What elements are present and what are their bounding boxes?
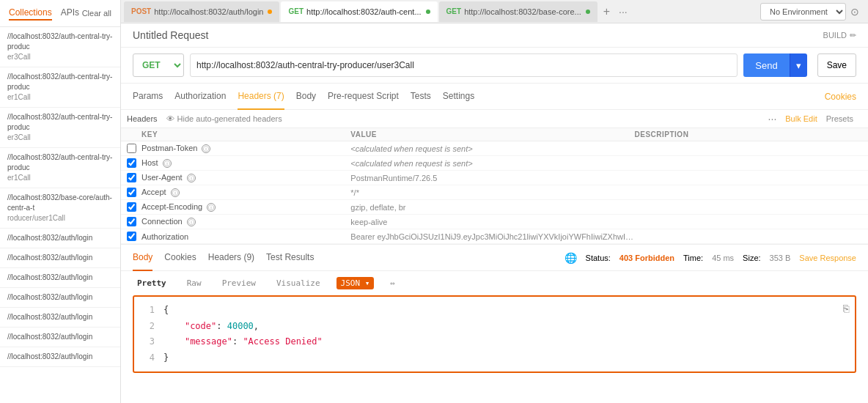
info-icon[interactable]: ⓘ — [163, 159, 172, 168]
tab-url-label: http://localhost:8032/base-core... — [464, 7, 581, 16]
list-item[interactable]: //localhost:8032/auth/login — [0, 288, 120, 308]
build-label: BUILD — [823, 31, 847, 40]
send-group: Send ▾ — [743, 53, 806, 77]
tab-post-auth-login[interactable]: POST http://localhost:8032/auth/login — [124, 1, 279, 22]
tab-authorization[interactable]: Authorization — [174, 84, 226, 110]
row-key: Accept ⓘ — [141, 188, 350, 197]
bulk-edit-button[interactable]: Bulk Edit — [785, 114, 817, 123]
headers-controls: Headers 👁 Hide auto-generated headers ··… — [121, 110, 868, 128]
res-body-tab-pretty[interactable]: Pretty — [133, 277, 171, 289]
row-key: Host ⓘ — [141, 158, 350, 168]
sidebar-nav-apis[interactable]: APIs — [61, 6, 79, 21]
tab-body[interactable]: Body — [296, 84, 316, 110]
list-item[interactable]: //localhost:8032/auth/login — [0, 308, 120, 328]
main-area: POST http://localhost:8032/auth/login GE… — [121, 0, 868, 403]
res-tab-test-results[interactable]: Test Results — [266, 245, 314, 271]
res-body-tab-raw[interactable]: Raw — [183, 277, 206, 289]
request-tabs: Params Authorization Headers (7) Body Pr… — [121, 84, 868, 110]
sidebar: Collections APIs Clear all //localhost:8… — [0, 0, 121, 403]
list-item[interactable]: //localhost:8032/base-core/auth-centr-a-… — [0, 188, 120, 229]
hide-autogenerated-btn[interactable]: 👁 Hide auto-generated headers — [166, 114, 282, 123]
status-label: Status: — [586, 254, 611, 262]
tab-method-label: GET — [288, 7, 304, 15]
res-body-tab-wrap[interactable]: ⇔ — [386, 277, 400, 289]
tab-get-base-core[interactable]: GET http://localhost:8032/base-core... — [439, 1, 597, 22]
res-tab-cookies[interactable]: Cookies — [164, 245, 196, 271]
row-value: <calculated when request is sent> — [350, 144, 634, 153]
env-settings-icon[interactable]: ⊙ — [850, 6, 859, 18]
list-item[interactable]: //localhost:8032/auth-central-try-produc… — [0, 108, 120, 148]
tab-get-auth-central[interactable]: GET http://localhost:8032/auth-cent... — [281, 1, 437, 22]
info-icon[interactable]: ⓘ — [171, 188, 180, 197]
response-code-block: ⎘ 1 { 2 "code": 40000, 3 "message": "Acc… — [133, 295, 856, 373]
row-value: keep-alive — [350, 218, 634, 226]
res-body-tab-preview[interactable]: Preview — [218, 277, 260, 289]
cookies-link[interactable]: Cookies — [825, 92, 856, 102]
code-line: 4 } — [143, 350, 846, 366]
url-input[interactable] — [190, 53, 738, 77]
build-button[interactable]: BUILD ✏ — [823, 31, 856, 40]
request-title-bar: Untitled Request BUILD ✏ — [121, 23, 868, 48]
response-body-area: Pretty Raw Preview Visualize JSON ▾ ⇔ ⎘ … — [121, 271, 868, 379]
tab-tests[interactable]: Tests — [411, 84, 431, 110]
res-tab-headers[interactable]: Headers (9) — [208, 245, 254, 271]
size-value: 353 B — [770, 254, 791, 262]
sidebar-nav-collections[interactable]: Collections — [9, 6, 52, 21]
request-area: Untitled Request BUILD ✏ GET POST PUT DE… — [121, 23, 868, 403]
list-item[interactable]: //localhost:8032/auth/login — [0, 347, 120, 367]
col-key-header: KEY — [141, 130, 350, 138]
row-checkbox[interactable] — [127, 188, 136, 197]
environment-dropdown[interactable]: No Environment — [760, 3, 846, 21]
row-value: <calculated when request is sent> — [350, 159, 634, 168]
tab-headers[interactable]: Headers (7) — [238, 84, 284, 110]
preset-button[interactable]: Presets — [826, 114, 853, 123]
tab-url-label: http://localhost:8032/auth-cent... — [306, 7, 422, 16]
save-button[interactable]: Save — [817, 53, 856, 77]
size-label: Size: — [743, 254, 760, 262]
info-icon[interactable]: ⓘ — [187, 218, 196, 226]
res-body-tab-json[interactable]: JSON ▾ — [336, 277, 375, 289]
row-checkbox[interactable] — [127, 173, 136, 182]
tab-params[interactable]: Params — [133, 84, 163, 110]
res-tab-body[interactable]: Body — [133, 245, 152, 271]
sidebar-clear-btn[interactable]: Clear all — [82, 9, 111, 18]
info-icon[interactable]: ⓘ — [202, 144, 210, 153]
info-icon[interactable]: ⓘ — [187, 174, 196, 182]
copy-icon[interactable]: ⎘ — [843, 303, 849, 314]
tab-url-label: http://localhost:8032/auth/login — [154, 7, 263, 16]
row-key: Accept-Encoding ⓘ — [141, 202, 350, 212]
row-checkbox[interactable] — [127, 158, 136, 168]
time-label: Time: — [683, 254, 703, 262]
tab-settings[interactable]: Settings — [443, 84, 474, 110]
list-item[interactable]: //localhost:8032/auth/login — [0, 248, 120, 268]
list-item[interactable]: //localhost:8032/auth-central-try-produc… — [0, 67, 120, 108]
save-response-button[interactable]: Save Response — [799, 254, 856, 262]
more-tabs-button[interactable]: ··· — [616, 6, 630, 18]
send-button[interactable]: Send — [743, 53, 789, 77]
row-checkbox[interactable] — [127, 202, 136, 212]
header-table-actions: ··· Bulk Edit Presets — [768, 113, 862, 125]
tab-method-label: GET — [446, 7, 462, 15]
tab-dirty-dot — [586, 10, 590, 14]
list-item[interactable]: //localhost:8032/auth/login — [0, 268, 120, 288]
table-row: Connection ⓘ keep-alive — [121, 215, 868, 229]
row-checkbox[interactable] — [127, 217, 136, 226]
list-item[interactable]: //localhost:8032/auth-central-try-produc… — [0, 27, 120, 67]
table-row: Accept-Encoding ⓘ gzip, deflate, br — [121, 200, 868, 215]
new-tab-button[interactable]: + — [599, 5, 614, 18]
row-checkbox[interactable] — [127, 144, 136, 153]
list-item[interactable]: //localhost:8032/auth/login — [0, 328, 120, 347]
code-line: 1 { — [143, 303, 846, 319]
res-body-tab-visualize[interactable]: Visualize — [272, 277, 325, 289]
send-dropdown-button[interactable]: ▾ — [790, 53, 807, 77]
info-icon[interactable]: ⓘ — [207, 203, 216, 212]
method-select[interactable]: GET POST PUT DELETE — [133, 53, 184, 77]
more-options-button[interactable]: ··· — [768, 113, 777, 125]
url-bar: GET POST PUT DELETE Send ▾ Save — [121, 48, 868, 84]
row-checkbox[interactable] — [127, 232, 136, 241]
globe-icon: 🌐 — [564, 252, 577, 264]
top-tabs-bar: POST http://localhost:8032/auth/login GE… — [121, 0, 868, 23]
list-item[interactable]: //localhost:8032/auth-central-try-produc… — [0, 148, 120, 188]
list-item[interactable]: //localhost:8032/auth/login — [0, 229, 120, 248]
tab-pre-request-script[interactable]: Pre-request Script — [328, 84, 399, 110]
